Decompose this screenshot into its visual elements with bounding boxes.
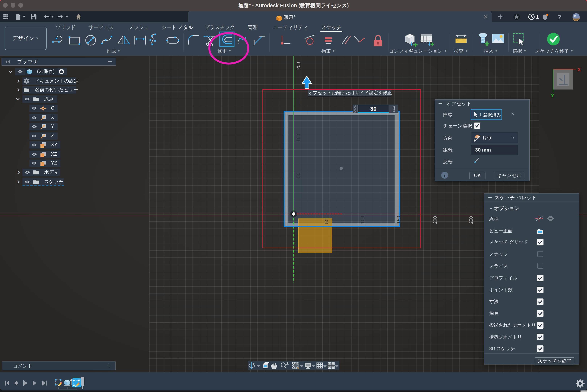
svg-text:100: 100 (360, 216, 365, 224)
svg-text:50: 50 (324, 218, 329, 224)
svg-text:100: 100 (296, 134, 301, 142)
svg-text:無題*: 無題* (284, 14, 296, 20)
svg-text:250: 250 (468, 216, 474, 224)
svg-text:X: X (578, 66, 581, 72)
svg-text:200: 200 (296, 62, 301, 70)
svg-text:1: 1 (536, 14, 539, 20)
svg-text:50: 50 (296, 172, 301, 178)
svg-text:200: 200 (432, 216, 438, 224)
svg-text:?: ? (557, 13, 561, 20)
svg-text:Y: Y (551, 92, 554, 98)
svg-text:150: 150 (296, 98, 301, 106)
svg-text:150: 150 (396, 216, 401, 224)
